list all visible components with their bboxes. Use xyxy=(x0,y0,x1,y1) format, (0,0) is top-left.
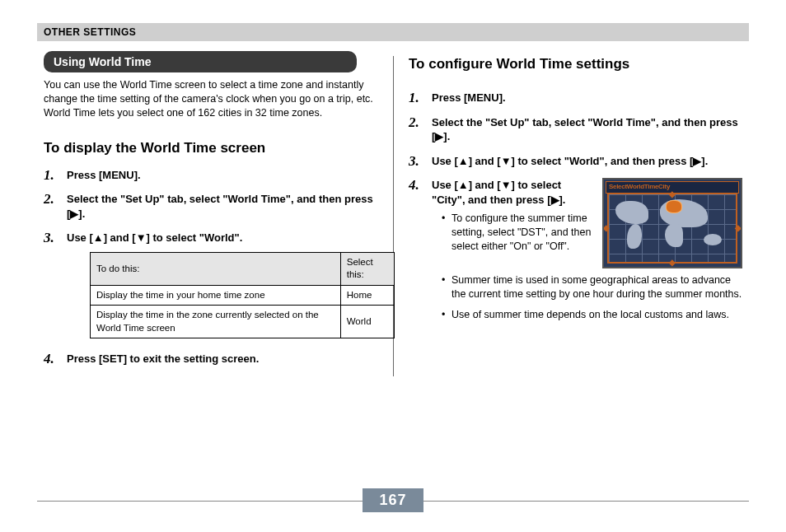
left-step-3-text: Use [▲] and [▼] to select "World". xyxy=(67,231,242,244)
bullet-3: Use of summer time depends on the local … xyxy=(443,308,742,322)
crosshair-icon: ◆ xyxy=(669,189,676,200)
right-steps: Press [MENU]. Select the "Set Up" tab, s… xyxy=(409,91,742,322)
bullet-1: To configure the summer time setting, se… xyxy=(443,212,594,254)
right-column: To configure World Time settings Press [… xyxy=(394,51,749,376)
right-step-3: Use [▲] and [▼] to select "World", and t… xyxy=(409,154,742,169)
left-column: Using World Time You can use the World T… xyxy=(37,51,393,376)
continent-shape xyxy=(665,224,683,247)
options-table: To do this: Select this: Display the tim… xyxy=(90,252,395,339)
right-step-4-text: Use [▲] and [▼] to select "City", and th… xyxy=(432,179,565,206)
left-step-4: Press [SET] to exit the setting screen. xyxy=(44,352,378,366)
table-r1c2: Home xyxy=(340,285,394,306)
left-steps: Press [MENU]. Select the "Set Up" tab, s… xyxy=(44,168,378,366)
section-header: OTHER SETTINGS xyxy=(37,23,749,41)
world-map-screenshot: SelectWorldTimeCity ◆ ◆ ◆ xyxy=(602,178,742,268)
crosshair-icon: ◆ xyxy=(603,222,610,234)
page-number: 167 xyxy=(363,488,423,512)
table-header-2: Select this: xyxy=(340,252,394,285)
table-header-1: To do this: xyxy=(91,252,341,285)
table-r2c2: World xyxy=(340,306,394,338)
continent-shape xyxy=(704,234,722,245)
map-selection-marker xyxy=(667,201,681,212)
table-r2c1: Display the time in the zone currently s… xyxy=(91,306,341,338)
left-step-2: Select the "Set Up" tab, select "World T… xyxy=(44,192,378,221)
right-step-4: Use [▲] and [▼] to select "City", and th… xyxy=(409,178,742,322)
right-step-2: Select the "Set Up" tab, select "World T… xyxy=(409,115,742,144)
bullet-list: To configure the summer time setting, se… xyxy=(432,212,594,254)
left-subheading: To display the World Time screen xyxy=(44,140,378,156)
left-step-3: Use [▲] and [▼] to select "World". To do… xyxy=(44,231,378,338)
continent-shape xyxy=(615,201,648,224)
right-subheading: To configure World Time settings xyxy=(409,56,742,72)
intro-text: You can use the World Time screen to sel… xyxy=(44,78,378,120)
continent-shape xyxy=(627,224,642,249)
left-step-1: Press [MENU]. xyxy=(44,168,378,183)
bullet-list-cont: Summer time is used in some geographical… xyxy=(432,273,742,322)
right-step-1: Press [MENU]. xyxy=(409,91,742,105)
map-grid: ◆ ◆ ◆ ◆ xyxy=(607,193,737,264)
crosshair-icon: ◆ xyxy=(735,222,742,234)
page-footer: 167 xyxy=(37,488,749,512)
bullet-2: Summer time is used in some geographical… xyxy=(443,273,742,301)
table-r1c1: Display the time in your home time zone xyxy=(91,285,341,306)
topic-pill: Using World Time xyxy=(44,51,357,72)
crosshair-icon: ◆ xyxy=(669,257,676,268)
